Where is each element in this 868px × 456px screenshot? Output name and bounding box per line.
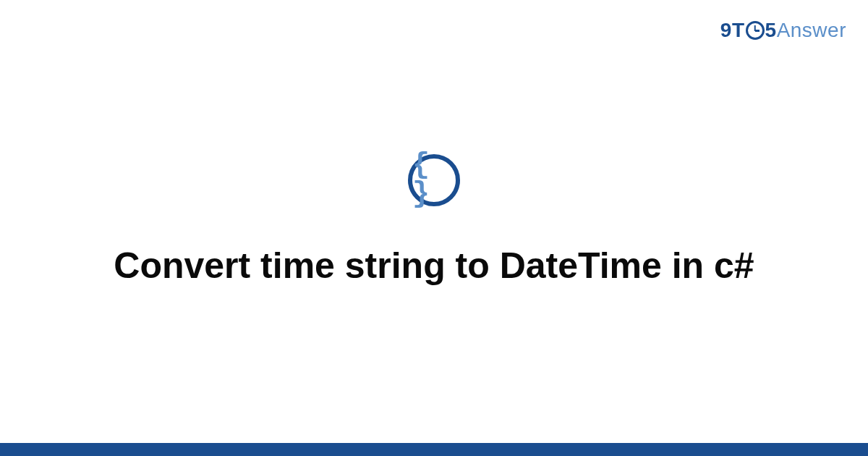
code-braces-icon: { } — [408, 154, 460, 206]
page-title: Convert time string to DateTime in c# — [85, 242, 783, 289]
main-content: { } Convert time string to DateTime in c… — [0, 0, 868, 443]
braces-glyph: { } — [412, 151, 456, 209]
footer-bar — [0, 443, 868, 456]
